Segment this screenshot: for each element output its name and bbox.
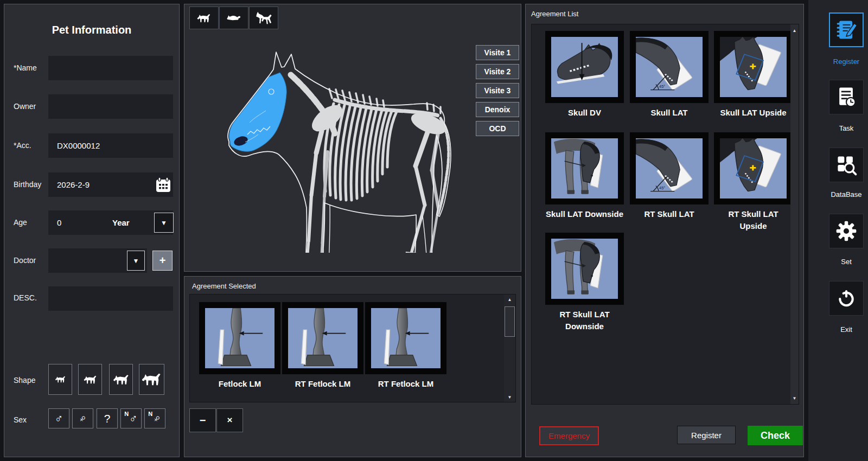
app-window: Pet Information *Name Owner *Acc. DX0000… [0, 0, 868, 461]
list-item-skull-lat[interactable]: Skull LAT [630, 31, 709, 119]
sex-button-male[interactable]: ♂ [48, 408, 69, 428]
sidebar-item-set[interactable] [829, 214, 864, 248]
birthday-label: Birthday [14, 180, 41, 189]
dog-small-icon [54, 375, 67, 383]
sex-button-unknown[interactable]: ? [97, 408, 118, 428]
acc-field[interactable]: DX0000012 [48, 133, 173, 158]
thumbnail-label: RT Fetlock LM [365, 378, 446, 390]
female-icon: ♀ [76, 412, 90, 426]
visite-3-button[interactable]: Visite 3 [476, 83, 519, 98]
database-search-icon [834, 153, 858, 177]
name-label: *Name [14, 63, 37, 72]
scroll-up-button[interactable]: ▲ [504, 294, 515, 304]
pet-information-title: Pet Information [4, 24, 179, 36]
thumbnail-label: Skull DV [545, 107, 624, 119]
cat-icon [226, 13, 242, 23]
doctor-label: Doctor [14, 256, 36, 265]
list-item-rt-skull-lat[interactable]: RT Skull LAT [630, 132, 709, 220]
scrollbar-thumb[interactable] [505, 306, 515, 337]
thumbnail-label: RT Skull LAT [630, 208, 709, 220]
anatomy-panel: Visite 1 Visite 2 Visite 3 Denoix OCD [184, 4, 521, 272]
fetlock-lm-thumbnail [205, 308, 275, 368]
remove-selected-button[interactable]: − [189, 408, 216, 432]
thumbnail-label: Skull LAT Upside [714, 107, 793, 119]
selected-item-rt-fetlock-lm-2[interactable]: RT Fetlock LM [365, 302, 446, 390]
ocd-button[interactable]: OCD [476, 121, 519, 136]
denoix-button[interactable]: Denoix [476, 102, 519, 117]
rt-skull-lat-thumbnail [636, 138, 703, 199]
skull-highlight[interactable] [229, 73, 286, 151]
skull-lat-downside-thumbnail [551, 138, 618, 199]
desc-field[interactable] [48, 286, 173, 311]
list-item-skull-lat-upside[interactable]: Skull LAT Upside [714, 31, 793, 119]
add-doctor-button[interactable]: + [152, 251, 173, 271]
horse-icon [254, 11, 273, 25]
agreement-list-title: Agreement List [531, 10, 578, 18]
list-item-skull-lat-downside[interactable]: Skull LAT Downside [545, 132, 624, 220]
thumbnail-label: Skull LAT [630, 107, 709, 119]
sidebar-label-task: Task [808, 124, 868, 132]
chevron-down-icon: ▼ [133, 257, 139, 265]
sex-button-neutered-male[interactable]: N ♂ [120, 408, 142, 428]
sex-button-female[interactable]: ♀ [72, 408, 93, 428]
neutered-prefix: N [148, 411, 152, 417]
agreement-selected-list: Fetlock LM RT Fetlock LM RT Fetlock LM ▲… [189, 294, 516, 402]
rt-fetlock-lm-thumbnail [288, 308, 358, 368]
main-sidebar: Register Task DataBase [808, 0, 868, 461]
species-tab-dog[interactable] [189, 7, 219, 29]
age-unit: Year [112, 218, 130, 227]
selected-item-rt-fetlock-lm-1[interactable]: RT Fetlock LM [282, 302, 363, 390]
sidebar-item-exit[interactable] [829, 281, 864, 316]
check-button[interactable]: Check [748, 426, 803, 445]
dog-icon [196, 13, 212, 23]
sidebar-item-database[interactable] [829, 148, 864, 182]
list-item-rt-skull-lat-downside[interactable]: RT Skull LAT Downside [545, 233, 624, 332]
species-tab-cat[interactable] [219, 7, 248, 29]
agreement-list-scrollbar[interactable]: ▲ ▼ [790, 24, 799, 404]
sidebar-label-register: Register [808, 57, 868, 66]
shape-button-medium[interactable] [78, 364, 102, 395]
neutered-prefix: N [124, 411, 129, 417]
owner-field[interactable] [48, 94, 173, 119]
shape-button-xlarge[interactable] [139, 364, 164, 395]
skull-lat-thumbnail [636, 37, 703, 97]
desc-label: DESC. [14, 293, 37, 302]
scroll-down-button[interactable]: ▼ [504, 392, 515, 402]
calendar-button[interactable] [154, 175, 173, 195]
name-field[interactable] [48, 56, 173, 80]
visite-2-button[interactable]: Visite 2 [476, 64, 519, 79]
acc-label: *Acc. [14, 141, 31, 150]
thumbnail-label: RT Fetlock LM [282, 378, 363, 390]
shape-button-large[interactable] [109, 364, 133, 395]
doctor-dropdown[interactable]: ▼ [127, 251, 145, 271]
sidebar-item-task[interactable] [829, 80, 864, 114]
sidebar-label-set: Set [808, 258, 868, 266]
clear-selected-button[interactable]: × [216, 408, 243, 432]
sex-button-neutered-female[interactable]: N ♀ [144, 408, 165, 428]
register-button[interactable]: Register [677, 426, 736, 444]
calendar-icon [155, 176, 172, 194]
selected-scrollbar[interactable]: ▲ ▼ [504, 294, 515, 402]
age-label: Age [14, 218, 27, 227]
rt-fetlock-lm-thumbnail [371, 308, 441, 368]
scroll-down-button[interactable]: ▼ [790, 393, 799, 403]
shape-button-small[interactable] [48, 364, 72, 395]
register-notebook-pencil-icon [834, 18, 858, 42]
dog-xlarge-icon [140, 372, 163, 387]
list-item-rt-skull-lat-upside[interactable]: RT Skull LAT Upside [714, 132, 793, 232]
sidebar-label-exit: Exit [808, 325, 868, 334]
species-tab-horse[interactable] [249, 7, 278, 29]
unknown-sex-icon: ? [104, 413, 111, 424]
list-item-skull-dv[interactable]: Skull DV [545, 31, 624, 119]
visite-1-button[interactable]: Visite 1 [476, 45, 519, 60]
sidebar-item-register[interactable] [829, 12, 864, 47]
dog-large-icon [112, 374, 131, 386]
selected-item-fetlock-lm[interactable]: Fetlock LM [199, 302, 280, 390]
skull-dv-thumbnail [551, 37, 618, 97]
age-unit-dropdown[interactable]: ▼ [154, 213, 174, 233]
scroll-up-button[interactable]: ▲ [790, 25, 799, 35]
rt-skull-lat-upside-thumbnail [720, 138, 787, 199]
thumbnail-label: RT Skull LAT Upside [714, 208, 793, 232]
horse-skeleton-diagram[interactable] [195, 36, 477, 253]
emergency-button[interactable]: Emergency [539, 426, 599, 445]
